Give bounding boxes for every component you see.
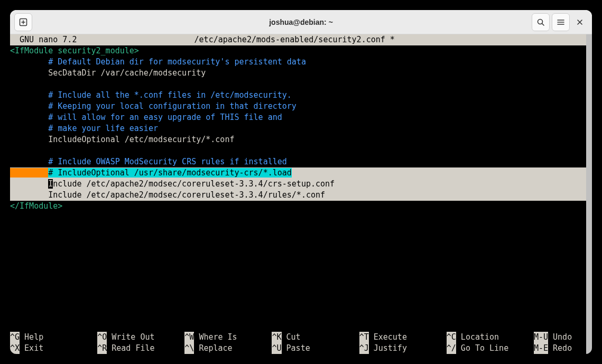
code-line: # will allow for an easy upgrade of THIS… bbox=[10, 112, 586, 123]
shortcut-gotoline[interactable]: ^/ Go To Line bbox=[447, 343, 534, 354]
code-line bbox=[10, 145, 586, 156]
shortcut-exit[interactable]: ^X Exit bbox=[10, 343, 97, 354]
terminal-area: GNU nano 7.2 /etc/apache2/mods-enabled/s… bbox=[10, 34, 592, 354]
search-button[interactable] bbox=[532, 13, 550, 31]
shortcut-whereis[interactable]: ^W Where Is bbox=[184, 332, 272, 343]
shortcut-writeout[interactable]: ^O Write Out bbox=[97, 332, 184, 343]
nano-shortcuts: ^G Help ^O Write Out ^W Where Is ^K Cut … bbox=[10, 332, 586, 354]
titlebar-right bbox=[531, 13, 589, 31]
code-line: # Keeping your local configuration in th… bbox=[10, 101, 586, 112]
window-title: joshua@debian: ~ bbox=[10, 18, 592, 26]
code-line bbox=[10, 79, 586, 90]
terminal-window: joshua@debian: ~ GNU bbox=[10, 10, 592, 354]
nano-header: GNU nano 7.2 /etc/apache2/mods-enabled/s… bbox=[10, 34, 586, 45]
menu-button[interactable] bbox=[552, 13, 570, 31]
close-icon bbox=[576, 18, 584, 26]
shortcut-help[interactable]: ^G Help bbox=[10, 332, 97, 343]
code-line: # Include all the *.conf files in /etc/m… bbox=[10, 90, 586, 101]
shortcut-location[interactable]: ^C Location bbox=[447, 332, 534, 343]
close-button[interactable] bbox=[571, 13, 589, 31]
plus-box-icon bbox=[19, 18, 27, 26]
shortcut-paste[interactable]: ^U Paste bbox=[272, 343, 359, 354]
code-line-selected: # IncludeOptional /usr/share/modsecurity… bbox=[10, 167, 586, 179]
shortcut-cut[interactable]: ^K Cut bbox=[272, 332, 359, 343]
code-line: SecDataDir /var/cache/modsecurity bbox=[10, 68, 586, 79]
hamburger-icon bbox=[557, 18, 565, 26]
shortcut-replace[interactable]: ^\ Replace bbox=[184, 343, 272, 354]
shortcut-execute[interactable]: ^T Execute bbox=[359, 332, 447, 343]
nano-app-name: GNU nano 7.2 bbox=[10, 34, 77, 45]
code-line: <IfModule security2_module> bbox=[10, 45, 586, 57]
shortcut-row: ^X Exit ^R Read File ^\ Replace ^U Paste… bbox=[10, 343, 586, 354]
shortcut-row: ^G Help ^O Write Out ^W Where Is ^K Cut … bbox=[10, 332, 586, 343]
shortcut-undo[interactable]: M-U Undo bbox=[534, 332, 586, 343]
code-line: # Include OWASP ModSecurity CRS rules if… bbox=[10, 156, 586, 167]
shortcut-redo[interactable]: M-E Redo bbox=[534, 343, 586, 354]
code-line-selected: Include /etc/apache2/modsec/coreruleset-… bbox=[10, 190, 586, 201]
shortcut-readfile[interactable]: ^R Read File bbox=[97, 343, 184, 354]
code-line: IncludeOptional /etc/modsecurity/*.conf bbox=[10, 134, 586, 145]
code-line: </IfModule> bbox=[10, 201, 586, 212]
shortcut-justify[interactable]: ^J Justify bbox=[359, 343, 447, 354]
cursor: I bbox=[48, 179, 53, 189]
titlebar: joshua@debian: ~ bbox=[10, 10, 592, 34]
search-icon bbox=[536, 18, 545, 26]
new-tab-button[interactable] bbox=[14, 13, 32, 31]
code-line-selected: Include /etc/apache2/modsec/coreruleset-… bbox=[10, 179, 586, 190]
code-line: # Default Debian dir for modsecurity's p… bbox=[10, 57, 586, 68]
nano-filepath: /etc/apache2/mods-enabled/security2.conf… bbox=[77, 34, 586, 45]
scrollbar[interactable] bbox=[586, 34, 592, 354]
terminal-content[interactable]: GNU nano 7.2 /etc/apache2/mods-enabled/s… bbox=[10, 34, 586, 354]
code-line: # make your life easier bbox=[10, 123, 586, 134]
